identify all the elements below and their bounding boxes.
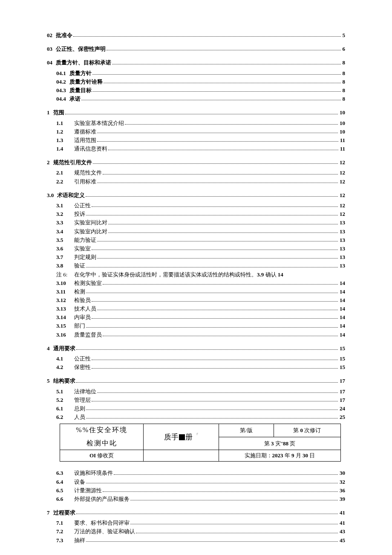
toc-entry: 03 公正性、保密性声明6 bbox=[47, 45, 345, 53]
toc-leader-dots bbox=[125, 124, 338, 125]
toc-label: 投诉 bbox=[74, 210, 85, 218]
toc-entry: 3.10检测实验室14 bbox=[47, 279, 345, 287]
toc-leader-dots bbox=[97, 182, 338, 183]
toc-num: 7.1 bbox=[56, 519, 74, 527]
toc-page: 10 bbox=[339, 109, 345, 116]
toc-page: 13 bbox=[339, 219, 345, 227]
toc-page: 8 bbox=[342, 70, 346, 77]
toc-label: 计量溯源性 bbox=[74, 487, 102, 494]
toc-num: 04 bbox=[47, 59, 56, 67]
toc-label: 内审员 bbox=[74, 314, 91, 321]
toc-page: 5 bbox=[342, 32, 346, 39]
toc-entry: 6.1总则24 bbox=[47, 405, 345, 413]
toc-label: 检测 bbox=[74, 288, 85, 296]
toc-page: 14 bbox=[339, 296, 345, 304]
page-count-cell: 第 3 灾"88 页 bbox=[219, 437, 340, 450]
toc-page: 39 bbox=[339, 495, 345, 503]
org-line1: %%住安全环境 bbox=[63, 426, 141, 435]
section-cell: OI 修收页 bbox=[60, 450, 144, 462]
toc-label: 规范性引用文件 bbox=[53, 159, 92, 166]
toc-entry: 5.2管理层17 bbox=[47, 396, 345, 404]
toc-leader-dots bbox=[86, 409, 338, 410]
toc-entry: 6.4设备32 bbox=[47, 478, 345, 486]
toc-page: 14 bbox=[339, 305, 345, 313]
toc-num: 3.13 bbox=[56, 305, 74, 313]
toc-num: 1.2 bbox=[56, 128, 74, 136]
toc-leader-dots bbox=[108, 224, 338, 224]
toc-entry: 7.3抽样45 bbox=[47, 537, 345, 544]
toc-page: 41 bbox=[339, 509, 345, 517]
toc-label: 通用要求 bbox=[53, 345, 75, 352]
toc-label: 遵循标准 bbox=[74, 128, 96, 136]
toc-label: 判定规则 bbox=[74, 253, 96, 261]
toc-label: 公正性 bbox=[74, 355, 91, 363]
toc-label: 外部提供的产品和服务 bbox=[74, 495, 130, 503]
toc-label: 设备 bbox=[74, 478, 85, 486]
toc-entry: 1 范围10 bbox=[47, 109, 345, 116]
toc-num: 04.1 bbox=[56, 70, 69, 77]
toc-num: 7.2 bbox=[56, 528, 74, 535]
toc-num: 1.3 bbox=[56, 137, 74, 144]
toc-leader-dots bbox=[92, 91, 341, 92]
toc-num: 04.3 bbox=[56, 87, 69, 94]
toc-num: 2.2 bbox=[56, 178, 74, 186]
toc-entry: 2 规范性引用文件12 bbox=[47, 159, 345, 166]
toc-page: 8 bbox=[342, 78, 346, 86]
toc-leader-dots bbox=[92, 401, 338, 401]
toc-page: 13 bbox=[339, 253, 345, 261]
toc-num: 2 bbox=[47, 159, 53, 166]
toc-label: 质量方针诠释 bbox=[69, 78, 103, 86]
toc-page: 15 bbox=[339, 345, 345, 352]
toc-leader-dots bbox=[92, 74, 341, 75]
toc-entry: 3.11检测14 bbox=[47, 288, 345, 296]
toc-num: 3.15 bbox=[56, 322, 74, 330]
toc-leader-dots bbox=[76, 513, 338, 514]
doc-title-post: 册 bbox=[185, 433, 193, 441]
toc-entry: 3.3实验室间比对13 bbox=[47, 219, 345, 227]
toc-label: 质量方针 bbox=[69, 70, 92, 77]
toc-num: 3.4 bbox=[56, 228, 74, 235]
toc-num: 5.1 bbox=[56, 388, 74, 395]
toc-num: 03 bbox=[47, 45, 56, 53]
toc-num: 02 bbox=[47, 32, 56, 39]
toc-page: 10 bbox=[339, 119, 345, 127]
toc-num: 7.3 bbox=[56, 537, 74, 544]
doc-title-sup: 「 bbox=[194, 433, 199, 437]
toc-leader-dots bbox=[97, 241, 338, 241]
toc-leader-dots bbox=[103, 284, 338, 285]
toc-label: 实验室内比对 bbox=[74, 228, 107, 235]
toc-leader-dots bbox=[76, 382, 338, 383]
toc-page: 14 bbox=[339, 322, 345, 330]
toc-entry: 04.2质量方针诠释8 bbox=[47, 78, 345, 86]
toc-note: 注 6:在化学中，验证实体身份或活性时，需要描述该实体或活性的结构或特性。3.9… bbox=[47, 271, 345, 279]
toc-num: 1 bbox=[47, 109, 53, 116]
toc-entry: 3.8验证13 bbox=[47, 262, 345, 270]
toc-leader-dots bbox=[86, 292, 338, 293]
toc-leader-dots bbox=[86, 267, 338, 267]
toc-leader-dots bbox=[104, 82, 341, 83]
toc-page: 12 bbox=[339, 178, 345, 186]
toc-leader-dots bbox=[92, 249, 338, 250]
toc-num: 3.2 bbox=[56, 210, 74, 218]
toc-page: 12 bbox=[339, 169, 345, 177]
toc-label: 引用标准 bbox=[74, 178, 96, 186]
toc-entry: 3.6实验室13 bbox=[47, 245, 345, 253]
toc-num: 5 bbox=[47, 377, 53, 385]
toc-entry: 2.1规范性文件12 bbox=[47, 169, 345, 177]
toc-entry: 3.4实验室内比对13 bbox=[47, 228, 345, 235]
toc-label: 管理层 bbox=[74, 396, 91, 404]
toc-leader-dots bbox=[73, 36, 341, 37]
toc-page: 12 bbox=[339, 210, 345, 218]
toc-num: 3.10 bbox=[56, 279, 74, 287]
toc-page: 12 bbox=[339, 202, 345, 209]
toc-page: 43 bbox=[339, 528, 345, 535]
toc-page: 6 bbox=[342, 45, 346, 53]
toc-page: 15 bbox=[339, 363, 345, 371]
toc-entry: 6.6外部提供的产品和服务39 bbox=[47, 495, 345, 503]
toc-page: 13 bbox=[339, 245, 345, 253]
toc-page: 15 bbox=[339, 355, 345, 363]
toc-label: 设施和环境条件 bbox=[74, 469, 113, 477]
toc-num: 3.0 bbox=[47, 192, 57, 199]
toc-label: 规范性文件 bbox=[74, 169, 102, 177]
toc-num: 3.16 bbox=[56, 331, 74, 339]
